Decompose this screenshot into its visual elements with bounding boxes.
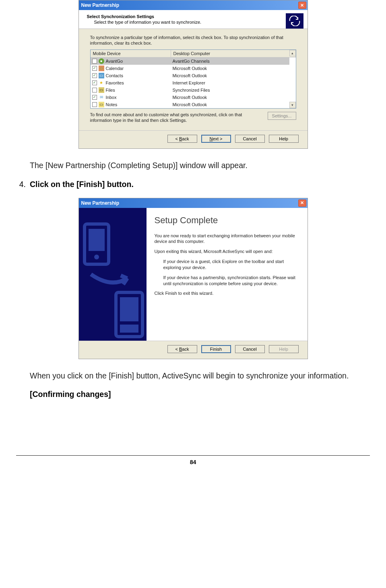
checkbox[interactable]: ✓ <box>92 73 97 78</box>
svg-rect-5 <box>120 325 138 333</box>
sync-row-avantgo[interactable]: ●AvantGoAvantGo Channels <box>91 58 289 65</box>
row-desktop: Internet Explorer <box>171 80 289 85</box>
sync-row-contacts[interactable]: ✓▭ContactsMicrosoft Outlook <box>91 72 289 79</box>
row-name: Calendar <box>106 66 124 71</box>
wizard-buttons: < Back Next > Cancel Help <box>79 130 308 148</box>
scroll-up-icon[interactable]: ▴ <box>289 50 296 56</box>
finish-button[interactable]: Finish <box>201 345 231 353</box>
cancel-button[interactable]: Cancel <box>235 345 265 353</box>
row-desktop: Microsoft Outlook <box>171 95 289 100</box>
checkbox[interactable]: ✓ <box>92 80 97 85</box>
favorites-icon: ★ <box>99 80 104 86</box>
setup-complete-dialog: New Partnership ✕ Setup Complete You are… <box>78 198 308 359</box>
sync-row-calendar[interactable]: ✓▭CalendarMicrosoft Outlook <box>91 65 289 72</box>
svg-rect-4 <box>120 297 138 321</box>
close-icon[interactable]: ✕ <box>298 199 306 207</box>
setup-p3: If your device is a guest, click Explore… <box>163 259 299 271</box>
back-button[interactable]: < Back <box>167 135 197 143</box>
row-desktop: Microsoft Outlook <box>171 73 289 78</box>
row-name: Inbox <box>106 95 117 100</box>
page-footer: 84 <box>16 455 370 465</box>
wizard-buttons: < Back Finish Cancel Help <box>79 341 308 359</box>
row-name: Notes <box>106 102 118 107</box>
row-name: Files <box>106 88 115 93</box>
row-name: Contacts <box>106 73 123 78</box>
sync-icon <box>286 13 303 29</box>
titlebar[interactable]: New Partnership ✕ <box>79 0 308 10</box>
files-icon: ▭ <box>99 87 104 93</box>
doc-paragraph: When you click on the [Finish] button, A… <box>30 370 370 381</box>
help-button[interactable]: Help <box>269 135 299 143</box>
intro-text: To synchronize a particular type of info… <box>90 35 296 46</box>
calendar-icon: ▭ <box>99 66 104 71</box>
avantgo-icon: ● <box>99 58 104 64</box>
back-button[interactable]: < Back <box>167 345 197 353</box>
window-title: New Partnership <box>81 200 298 206</box>
step-number: 4. <box>16 180 30 189</box>
row-desktop: Microsoft Outlook <box>171 102 289 107</box>
svg-point-2 <box>94 255 99 259</box>
settings-hint: To find out more about and to customize … <box>90 112 264 123</box>
checkbox[interactable] <box>92 88 97 93</box>
checkbox[interactable]: ✓ <box>92 66 97 71</box>
window-title: New Partnership <box>81 2 298 8</box>
row-desktop: Microsoft Outlook <box>171 66 289 71</box>
step-text: Click on the [Finish] button. <box>30 180 370 189</box>
setup-p1: You are now ready to start exchanging in… <box>155 233 299 245</box>
cancel-button[interactable]: Cancel <box>235 135 265 143</box>
checkbox[interactable]: ✓ <box>92 95 97 100</box>
settings-button: Settings... <box>268 112 296 120</box>
next-button[interactable]: Next > <box>201 135 231 143</box>
sync-list[interactable]: Mobile Device Desktop Computer ▴ ●AvantG… <box>90 49 296 109</box>
notes-icon: ▭ <box>99 102 104 107</box>
sync-row-favorites[interactable]: ✓★FavoritesInternet Explorer <box>91 79 289 86</box>
header-title: Select Synchronization Settings <box>87 14 275 19</box>
step-4: 4. Click on the [Finish] button. <box>16 180 370 189</box>
sync-row-files[interactable]: ▭FilesSynchronized Files <box>91 86 289 94</box>
scroll-down-icon[interactable]: ▾ <box>289 102 296 108</box>
svg-rect-1 <box>89 229 105 251</box>
row-name: Favorites <box>106 80 124 85</box>
sync-row-inbox[interactable]: ✓✉InboxMicrosoft Outlook <box>91 94 289 101</box>
confirming-changes-heading: [Confirming changes] <box>30 390 370 399</box>
setup-p4: If your device has a partnership, synchr… <box>163 275 299 287</box>
sync-settings-dialog: New Partnership ✕ Select Synchronization… <box>78 0 308 149</box>
checkbox[interactable] <box>92 59 97 64</box>
setup-p5: Click Finish to exit this wizard. <box>155 290 299 296</box>
col-desktop-computer[interactable]: Desktop Computer <box>171 50 296 57</box>
contacts-icon: ▭ <box>99 73 104 78</box>
help-button: Help <box>269 345 299 353</box>
page-number: 84 <box>190 459 196 465</box>
wizard-header: Select Synchronization Settings Select t… <box>79 10 308 29</box>
col-mobile-device[interactable]: Mobile Device <box>91 50 171 57</box>
wizard-side-graphic <box>79 208 147 341</box>
sync-row-notes[interactable]: ▭NotesMicrosoft Outlook <box>91 101 289 108</box>
row-name: AvantGo <box>106 59 123 64</box>
row-desktop: Synchronized Files <box>171 88 289 93</box>
header-subtitle: Select the type of information you want … <box>94 20 275 25</box>
titlebar[interactable]: New Partnership ✕ <box>79 198 308 208</box>
setup-complete-title: Setup Complete <box>155 215 299 226</box>
inbox-icon: ✉ <box>99 95 104 100</box>
setup-p2: Upon exiting this wizard, Microsoft Acti… <box>155 249 299 255</box>
doc-paragraph: The [New Partnership (Completing Setup)]… <box>30 160 370 171</box>
row-desktop: AvantGo Channels <box>171 59 289 64</box>
close-icon[interactable]: ✕ <box>298 2 306 9</box>
checkbox[interactable] <box>92 102 97 107</box>
